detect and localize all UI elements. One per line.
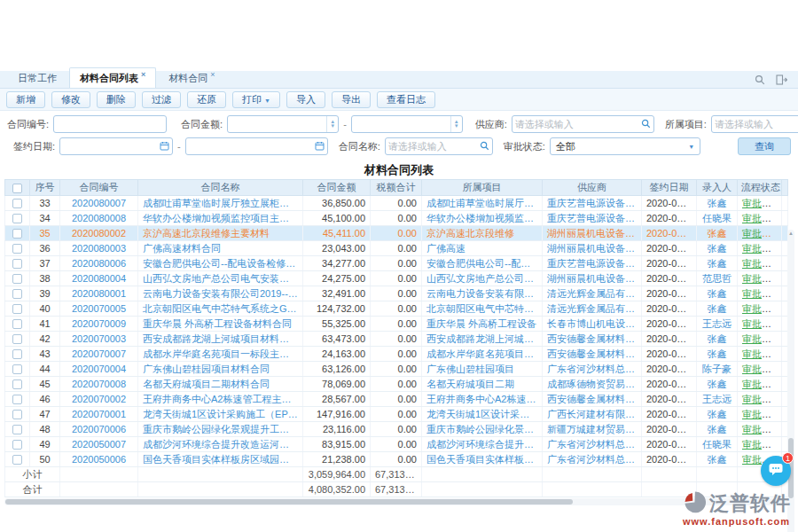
cell-contract-name[interactable]: 重庆华晨 外高桥工程设备材料合同 [138,317,303,332]
table-row[interactable]: 40 2020070005 北京朝阳区电气中芯特气系统之GMS安装材料... 1… [5,301,788,317]
cell-contract-name[interactable]: 山西弘文房地产总公司电气安装工程材料合同 [138,271,303,286]
cell-contract-name[interactable]: 重庆市鹅岭公园绿化景观提升工程施工材料合同 [138,422,303,437]
edit-button[interactable]: 修改 [51,91,90,108]
sign-date-from-field[interactable] [63,141,160,152]
cell-contract-no[interactable]: 2020080004 [60,271,138,286]
cell-contract-no[interactable]: 2020050007 [60,437,138,452]
table-row[interactable]: 47 2020070001 龙湾天街城1区设计采购施工（EPC）总承包... 1… [5,407,788,422]
project-field[interactable] [715,119,798,129]
cell-contract-name[interactable]: 成都吐甫草堂临时展厅独立展柜报警设备安装... [138,196,303,211]
vertical-scrollbar[interactable]: ▲ ▼ [787,230,794,532]
restore-button[interactable]: 还原 [187,91,226,108]
table-row[interactable]: 45 2020070008 名都天府城项目二期材料合同 78,069.00 0.… [5,377,788,392]
table-row[interactable]: 37 2020080006 安徽合肥供电公司--配电设备检修维护和改造... 3… [5,256,788,271]
sign-date-to-input[interactable] [185,137,328,155]
contract-name-field[interactable] [388,141,480,152]
row-checkbox[interactable] [12,364,22,374]
cell-contract-name[interactable]: 广佛高速材料合同 [138,241,303,256]
search-icon[interactable] [755,74,765,85]
contract-no-input[interactable] [53,115,167,133]
cell-contract-name[interactable]: 王府井商务中心A2栋速管工程主要材料 [138,392,303,407]
approval-status-select[interactable]: 全部▼ [550,137,700,155]
search-icon[interactable] [641,116,651,132]
export-button[interactable]: 导出 [332,91,371,108]
view-log-button[interactable]: 查看日志 [377,91,435,108]
search-icon[interactable] [480,138,489,154]
query-button[interactable]: 查询 [738,137,791,155]
status-link[interactable]: 审批通过 [742,243,781,254]
table-row[interactable]: 39 2020080001 云南电力设备安装有限公司2019--2020年度劳.… [5,286,788,301]
table-row[interactable]: 44 2020070004 广东佛山碧桂园项目材料合同 63,126.00 0.… [5,362,788,377]
cell-contract-no[interactable]: 2020080006 [60,256,138,271]
row-checkbox[interactable] [12,425,22,434]
row-checkbox[interactable] [12,319,22,329]
calendar-icon[interactable] [160,138,169,154]
cell-contract-no[interactable]: 2020070002 [60,392,138,407]
cell-contract-name[interactable]: 安徽合肥供电公司--配电设备检修维护和改造... [138,256,303,271]
spinner-icon[interactable]: ▲▼ [450,116,459,132]
row-checkbox[interactable] [12,259,22,269]
status-link[interactable]: 审批通过 [742,213,781,223]
table-row[interactable]: 36 2020080003 广佛高速材料合同 23,043.00 0.00 广佛… [5,241,788,256]
cell-contract-name[interactable]: 名都天府城项目二期材料合同 [138,377,303,392]
row-checkbox[interactable] [12,199,22,208]
row-checkbox[interactable] [12,395,22,404]
print-button[interactable]: 打印▼ [232,91,280,108]
horizontal-scrollbar[interactable] [4,498,788,505]
contract-no-field[interactable] [57,119,163,129]
status-link[interactable]: 审批通过 [742,273,781,284]
scroll-up-icon[interactable]: ▲ [787,230,794,237]
cell-contract-no[interactable]: 2020080007 [60,196,138,211]
row-checkbox[interactable] [12,440,22,450]
amount-from-field[interactable] [231,119,325,129]
sign-date-from-input[interactable] [59,137,173,155]
calendar-icon[interactable] [315,138,325,154]
cell-contract-no[interactable]: 2020080003 [60,241,138,256]
cell-contract-no[interactable]: 2020050006 [60,452,138,467]
table-row[interactable]: 43 2020070007 成都水岸华庭名苑项目一标段主要材料 24,163.0… [5,347,788,362]
tab-daily-work[interactable]: 日常工作 [7,68,67,88]
status-link[interactable]: 审批通过 [742,258,781,269]
row-checkbox[interactable] [12,214,22,223]
table-row[interactable]: 35 2020080002 京沪高速北京段维修主要材料 45,411.00 0.… [5,226,788,241]
cell-contract-no[interactable]: 2020070009 [60,317,138,332]
table-row[interactable]: 34 2020080008 华软办公楼增加视频监控项目主要材料 45,100.0… [5,211,788,226]
row-checkbox[interactable] [12,244,22,254]
contract-name-input[interactable] [385,137,493,155]
cell-contract-name[interactable]: 京沪高速北京段维修主要材料 [138,226,303,241]
cell-contract-no[interactable]: 2020080001 [60,286,138,301]
cell-contract-name[interactable]: 成都沙河环境综合提升改造运河护岸维修改造... [138,437,303,452]
row-checkbox[interactable] [12,379,22,389]
import-button[interactable]: 导入 [286,91,325,108]
filter-button[interactable]: 过滤 [142,91,181,108]
status-link[interactable]: 审批通过 [742,228,781,239]
cell-contract-name[interactable]: 西安成都路龙湖上河城项目材料合同 [138,332,303,347]
cell-contract-no[interactable]: 2020070003 [60,332,138,347]
cell-contract-no[interactable]: 2020070007 [60,347,138,362]
row-checkbox[interactable] [12,229,22,239]
cell-contract-name[interactable]: 华软办公楼增加视频监控项目主要材料 [138,211,303,226]
status-link[interactable]: 审批通过 [742,409,781,419]
project-input[interactable] [711,115,798,133]
status-link[interactable]: 审批通过 [742,333,781,344]
table-row[interactable]: 49 2020050007 成都沙河环境综合提升改造运河护岸维修改造... 83… [5,437,788,452]
table-row[interactable]: 50 2020050006 国色天香项目实体样板房区域园建工程材料合同 21,2… [5,452,788,467]
table-row[interactable]: 42 2020070003 西安成都路龙湖上河城项目材料合同 63,473.00… [5,332,788,347]
table-row[interactable]: 41 2020070009 重庆华晨 外高桥工程设备材料合同 55,325.00… [5,317,788,332]
sign-date-to-field[interactable] [189,141,315,152]
row-checkbox[interactable] [12,349,22,359]
close-icon[interactable]: × [141,70,145,79]
close-icon[interactable]: × [210,70,215,79]
cell-contract-no[interactable]: 2020070005 [60,301,138,317]
table-row[interactable]: 48 2020070006 重庆市鹅岭公园绿化景观提升工程施工材料合同 23,1… [5,422,788,437]
status-link[interactable]: 审批通过 [742,379,781,389]
status-link[interactable]: 审批通过 [742,303,781,314]
spinner-icon[interactable]: ▲▼ [326,116,335,132]
tab-material-contract[interactable]: 材料合同× [158,67,225,88]
cell-contract-name[interactable]: 成都水岸华庭名苑项目一标段主要材料 [138,347,303,362]
cell-contract-no[interactable]: 2020070008 [60,377,138,392]
row-checkbox[interactable] [12,455,22,465]
delete-button[interactable]: 删除 [97,91,136,108]
status-link[interactable]: 审批通过 [742,198,781,208]
row-checkbox[interactable] [12,289,22,299]
